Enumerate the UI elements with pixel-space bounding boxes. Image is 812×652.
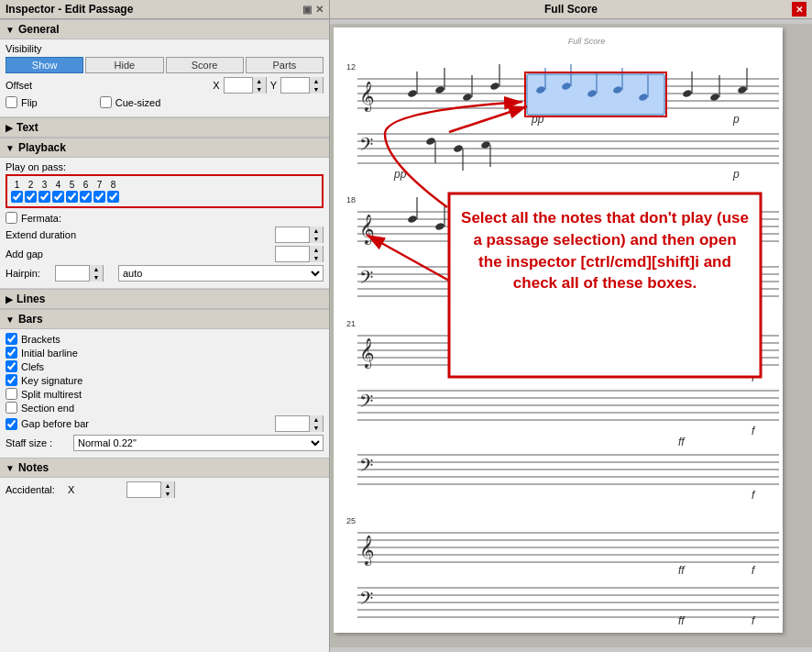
hairpin-input[interactable]: 0 xyxy=(56,266,89,281)
general-section-header[interactable]: ▼ General xyxy=(0,19,329,39)
hairpin-up-btn[interactable]: ▲ xyxy=(90,265,103,273)
accidental-down-btn[interactable]: ▼ xyxy=(161,490,174,498)
extend-down-btn[interactable]: ▼ xyxy=(310,235,323,243)
fermata-checkbox[interactable] xyxy=(5,212,17,224)
split-multirest-row: Split multirest xyxy=(5,388,324,400)
notes-arrow: ▼ xyxy=(5,463,15,473)
pass-1: 1 xyxy=(11,180,23,203)
add-gap-down-btn[interactable]: ▼ xyxy=(310,254,323,262)
score-button[interactable]: Score xyxy=(166,57,244,73)
add-gap-input[interactable]: 0 xyxy=(276,247,309,261)
initial-barline-row: Initial barline xyxy=(5,347,324,359)
pass-8-label: 8 xyxy=(111,180,116,190)
x-up-button[interactable]: ▲ xyxy=(253,77,266,85)
split-multirest-checkbox[interactable] xyxy=(5,388,17,400)
gap-before-label: Gap before bar xyxy=(21,418,89,429)
score-close-button[interactable]: ✕ xyxy=(792,2,807,17)
brackets-row: Brackets xyxy=(5,333,324,345)
hairpin-down-btn[interactable]: ▼ xyxy=(90,273,103,282)
cue-sized-checkbox[interactable] xyxy=(100,96,112,108)
initial-barline-checkbox[interactable] xyxy=(5,347,17,359)
svg-text:12: 12 xyxy=(346,62,356,72)
titlebar-icons: ▣ ✕ xyxy=(302,4,324,16)
inspector-title: Inspector - Edit Passage xyxy=(5,3,133,16)
bars-section-header[interactable]: ▼ Bars xyxy=(0,309,329,329)
clefs-label: Clefs xyxy=(21,361,44,372)
gap-before-spin-btns: ▲ ▼ xyxy=(309,415,323,432)
gap-before-down-btn[interactable]: ▼ xyxy=(310,424,323,432)
extend-duration-input[interactable]: 100 xyxy=(276,227,309,242)
add-gap-row: Add gap 0 ▲ ▼ xyxy=(5,246,324,262)
svg-text:𝄞: 𝄞 xyxy=(359,214,375,246)
gap-before-input[interactable]: 0 xyxy=(276,416,309,431)
pass-2-checkbox[interactable] xyxy=(25,191,37,203)
gap-before-up-btn[interactable]: ▲ xyxy=(310,415,323,424)
accidental-spinbox: 0 ▲ ▼ xyxy=(126,481,175,498)
pass-3-checkbox[interactable] xyxy=(38,191,50,203)
notes-section-header[interactable]: ▼ Notes xyxy=(0,458,329,478)
hairpin-dropdown[interactable]: auto manual xyxy=(118,265,324,282)
score-titlebar: Full Score ✕ xyxy=(330,0,812,19)
key-signature-checkbox[interactable] xyxy=(5,374,17,386)
inspector-titlebar: Inspector - Edit Passage ▣ ✕ xyxy=(0,0,329,19)
hide-button[interactable]: Hide xyxy=(85,57,163,73)
flip-label: Flip xyxy=(21,97,38,108)
y-input[interactable]: -- xyxy=(281,78,309,93)
show-button[interactable]: Show xyxy=(5,57,83,73)
accidental-row: Accidental: X 0 ▲ ▼ xyxy=(5,481,324,498)
text-arrow: ▶ xyxy=(5,123,13,133)
svg-text:Full Score: Full Score xyxy=(568,37,606,46)
x-down-button[interactable]: ▼ xyxy=(253,85,266,94)
accidental-label: Accidental: xyxy=(5,484,60,495)
pass-8-checkbox[interactable] xyxy=(107,191,119,203)
flip-cue-row: Flip Cue-sized xyxy=(5,96,324,110)
lines-section-header[interactable]: ▶ Lines xyxy=(0,289,329,309)
add-gap-up-btn[interactable]: ▲ xyxy=(310,246,323,254)
x-input[interactable]: -- xyxy=(225,78,252,93)
pass-5-checkbox[interactable] xyxy=(66,191,78,203)
visibility-label: Visibility xyxy=(5,43,42,54)
fermata-label: Fermata: xyxy=(21,213,61,224)
staff-size-row: Staff size : Normal 0.22" Small 0.18" La… xyxy=(5,435,324,451)
accidental-input[interactable]: 0 xyxy=(127,482,160,497)
playback-arrow: ▼ xyxy=(5,143,15,153)
add-gap-spin-btns: ▲ ▼ xyxy=(309,246,323,262)
close-icon[interactable]: ✕ xyxy=(315,4,324,16)
svg-text:𝄢: 𝄢 xyxy=(359,392,373,415)
gap-before-checkbox[interactable] xyxy=(5,418,17,430)
y-up-button[interactable]: ▲ xyxy=(310,77,323,85)
playback-section-header[interactable]: ▼ Playback xyxy=(0,138,329,158)
notes-section-content: Accidental: X 0 ▲ ▼ xyxy=(0,478,329,502)
parts-button[interactable]: Parts xyxy=(246,57,324,73)
staff-size-select[interactable]: Normal 0.22" Small 0.18" Large 0.26" xyxy=(73,435,324,451)
pass-6-checkbox[interactable] xyxy=(80,191,92,203)
clefs-row: Clefs xyxy=(5,360,324,372)
accidental-x-label: X xyxy=(68,484,123,495)
pass-3: 3 xyxy=(38,180,50,203)
accidental-up-btn[interactable]: ▲ xyxy=(161,481,174,490)
general-label: General xyxy=(18,23,60,36)
pass-3-label: 3 xyxy=(42,180,48,190)
text-section-header[interactable]: ▶ Text xyxy=(0,117,329,138)
pass-5: 5 xyxy=(66,180,78,203)
svg-text:𝄢: 𝄢 xyxy=(359,589,373,613)
staff-size-label: Staff size : xyxy=(5,437,70,448)
pass-4-checkbox[interactable] xyxy=(52,191,64,203)
svg-text:p: p xyxy=(732,113,740,126)
section-end-checkbox[interactable] xyxy=(5,402,17,414)
extend-up-btn[interactable]: ▲ xyxy=(310,227,323,235)
score-title: Full Score xyxy=(544,3,598,16)
pin-icon[interactable]: ▣ xyxy=(302,4,312,16)
pass-1-checkbox[interactable] xyxy=(11,191,23,203)
key-signature-row: Key signature xyxy=(5,374,324,386)
gap-before-row: Gap before bar 0 ▲ ▼ xyxy=(5,415,324,432)
x-label: X xyxy=(213,80,219,91)
y-down-button[interactable]: ▼ xyxy=(310,85,323,94)
pass-7: 7 xyxy=(93,180,105,203)
brackets-checkbox[interactable] xyxy=(5,333,17,345)
pass-7-checkbox[interactable] xyxy=(93,191,105,203)
music-notation-svg: Full Score 12 𝄞 xyxy=(330,19,812,652)
flip-checkbox[interactable] xyxy=(5,96,17,108)
clefs-checkbox[interactable] xyxy=(5,360,17,372)
svg-text:p: p xyxy=(732,168,740,181)
